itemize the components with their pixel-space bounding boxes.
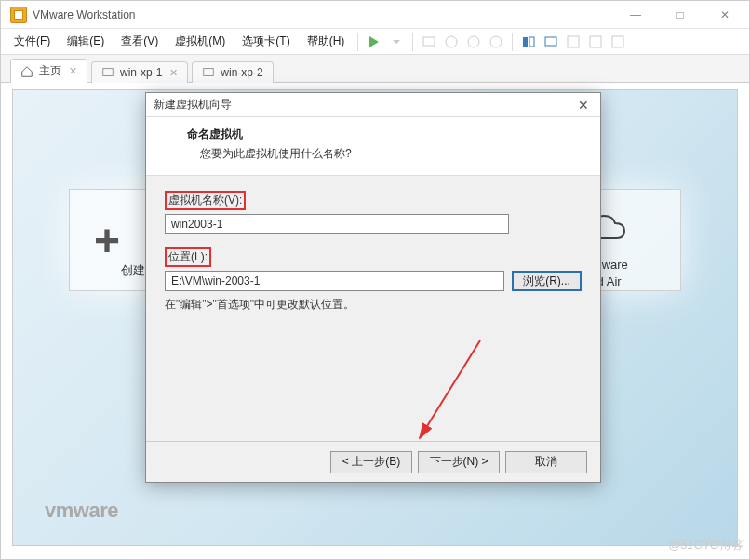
browse-button[interactable]: 浏览(R)... <box>512 271 582 291</box>
menu-file[interactable]: 文件(F) <box>7 30 58 53</box>
tab-home[interactable]: 主页 ✕ <box>10 59 87 83</box>
svg-rect-9 <box>612 36 623 47</box>
watermark: @51CTO博客 <box>668 537 743 553</box>
minimize-button[interactable]: — <box>615 2 656 28</box>
menu-bar: 文件(F) 编辑(E) 查看(V) 虚拟机(M) 选项卡(T) 帮助(H) <box>1 29 749 55</box>
tab-close-icon[interactable]: ✕ <box>69 65 77 77</box>
vm-name-label: 虚拟机名称(V): <box>165 191 246 210</box>
screen-icon[interactable] <box>419 32 439 52</box>
svg-rect-10 <box>103 69 114 76</box>
dialog-title: 新建虚拟机向导 <box>154 97 232 113</box>
tab-strip: 主页 ✕ win-xp-1 ✕ win-xp-2 <box>1 55 749 83</box>
maximize-button[interactable]: □ <box>660 2 701 28</box>
svg-point-2 <box>468 36 479 47</box>
tab-winxp2-label: win-xp-2 <box>221 66 262 79</box>
window-title: VMware Workstation <box>33 8 615 21</box>
next-button[interactable]: 下一步(N) > <box>418 451 500 473</box>
manage-icon[interactable] <box>486 32 506 52</box>
fullscreen-icon[interactable] <box>563 32 583 52</box>
svg-point-3 <box>490 36 502 47</box>
dialog-body: 虚拟机名称(V): 位置(L): 浏览(R)... 在"编辑">"首选项"中可更… <box>146 176 600 327</box>
menu-vm[interactable]: 虚拟机(M) <box>167 30 233 53</box>
home-icon <box>20 65 33 78</box>
svg-rect-8 <box>590 36 601 47</box>
svg-rect-5 <box>529 37 534 47</box>
location-label: 位置(L): <box>165 247 211 267</box>
menu-edit[interactable]: 编辑(E) <box>60 30 112 53</box>
view-console-icon[interactable] <box>541 32 561 52</box>
location-input[interactable] <box>165 271 504 291</box>
svg-rect-7 <box>568 36 579 47</box>
menu-help[interactable]: 帮助(H) <box>300 30 353 53</box>
dialog-subheading: 您要为此虚拟机使用什么名称? <box>200 146 583 162</box>
vmware-logo: vmware <box>45 499 118 523</box>
dropdown-icon[interactable] <box>386 32 407 52</box>
tab-winxp1[interactable]: win-xp-1 ✕ <box>91 61 188 83</box>
location-note: 在"编辑">"首选项"中可更改默认位置。 <box>165 297 582 313</box>
vm-icon <box>101 66 114 79</box>
tab-home-label: 主页 <box>39 63 61 79</box>
revert-icon[interactable] <box>463 32 484 52</box>
close-button[interactable]: ✕ <box>704 2 745 28</box>
cancel-button[interactable]: 取消 <box>505 451 587 473</box>
dialog-footer: < 上一步(B) 下一步(N) > 取消 <box>146 441 600 482</box>
dialog-heading: 命名虚拟机 <box>187 127 583 142</box>
library-icon[interactable] <box>608 32 628 52</box>
svg-rect-4 <box>523 37 528 47</box>
svg-rect-6 <box>545 37 556 46</box>
play-icon[interactable] <box>364 32 384 52</box>
dialog-titlebar: 新建虚拟机向导 ✕ <box>146 93 600 117</box>
tab-winxp1-label: win-xp-1 <box>120 66 162 79</box>
window-titlebar: VMware Workstation — □ ✕ <box>1 1 749 29</box>
menu-tabs[interactable]: 选项卡(T) <box>234 30 297 53</box>
dialog-close-button[interactable]: ✕ <box>574 96 593 114</box>
dialog-header: 命名虚拟机 您要为此虚拟机使用什么名称? <box>146 117 600 176</box>
snapshot-icon[interactable] <box>441 32 462 52</box>
tab-winxp2[interactable]: win-xp-2 <box>192 61 273 83</box>
tab-close-icon[interactable]: ✕ <box>169 67 178 79</box>
back-button[interactable]: < 上一步(B) <box>330 451 412 473</box>
vm-icon <box>202 66 215 79</box>
menu-view[interactable]: 查看(V) <box>114 30 166 53</box>
svg-rect-11 <box>204 69 214 76</box>
create-vm-plus-icon[interactable]: + <box>70 215 144 266</box>
app-icon <box>10 7 27 23</box>
unity-icon[interactable] <box>585 32 606 52</box>
svg-point-1 <box>446 36 457 47</box>
svg-rect-0 <box>423 37 435 46</box>
vm-name-input[interactable] <box>165 214 509 234</box>
new-vm-wizard-dialog: 新建虚拟机向导 ✕ 命名虚拟机 您要为此虚拟机使用什么名称? 虚拟机名称(V):… <box>145 92 601 483</box>
view-single-icon[interactable] <box>518 32 539 52</box>
